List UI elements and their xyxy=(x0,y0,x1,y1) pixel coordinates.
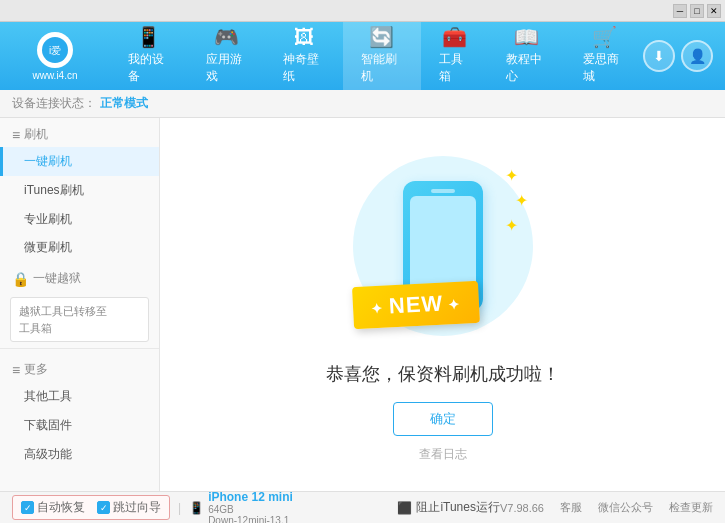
auto-restore-check-icon xyxy=(21,501,34,514)
stop-label: 阻止iTunes运行 xyxy=(416,499,500,516)
logo-text: www.i4.cn xyxy=(32,70,77,81)
customer-service-link[interactable]: 客服 xyxy=(560,500,582,515)
bottom-right: V7.98.66 客服 微信公众号 检查更新 xyxy=(500,500,713,515)
sidebar-item-itunes[interactable]: iTunes刷机 xyxy=(0,176,159,205)
content-area: NEW ✦ ✦ ✦ 恭喜您，保资料刷机成功啦！ 确定 查看日志 xyxy=(160,118,725,491)
device-info: iPhone 12 mini 64GB Down-12mini-13,1 xyxy=(208,490,293,524)
sidebar: ≡ 刷机 一键刷机 iTunes刷机 专业刷机 微更刷机 🔒 一键越狱 越狱工具… xyxy=(0,118,160,491)
new-badge: NEW xyxy=(351,281,479,330)
nav-label-device: 我的设备 xyxy=(128,51,170,85)
auto-restore-checkbox[interactable]: 自动恢复 xyxy=(21,499,85,516)
phone-nav-icon: 📱 xyxy=(136,27,161,47)
check-update-link[interactable]: 检查更新 xyxy=(669,500,713,515)
bottom-bar: 自动恢复 跳过向导 | 📱 iPhone 12 mini 64GB Down-1… xyxy=(0,491,725,523)
store-nav-icon: 🛒 xyxy=(592,27,617,47)
app-nav-icon: 🎮 xyxy=(214,27,239,47)
skip-wizard-label: 跳过向导 xyxy=(113,499,161,516)
minimize-button[interactable]: ─ xyxy=(673,4,687,18)
jailbreak-info-box: 越狱工具已转移至工具箱 xyxy=(10,297,149,342)
status-bar: 设备连接状态： 正常模式 xyxy=(0,90,725,118)
nav-items: 📱 我的设备 🎮 应用游戏 🖼 神奇壁纸 🔄 智能刷机 🧰 工具箱 📖 教程中心… xyxy=(110,22,643,90)
user-button[interactable]: 👤 xyxy=(681,40,713,72)
device-storage: 64GB xyxy=(208,504,293,515)
nav-label-smart: 智能刷机 xyxy=(361,51,403,85)
version-text: V7.98.66 xyxy=(500,502,544,514)
more-icon: ≡ xyxy=(12,362,20,378)
close-button[interactable]: ✕ xyxy=(707,4,721,18)
nav-right: ⬇ 👤 xyxy=(643,22,725,90)
phone-speaker xyxy=(431,189,455,193)
sidebar-section-jailbreak-label: 一键越狱 xyxy=(33,270,81,287)
nav-item-tools[interactable]: 🧰 工具箱 xyxy=(421,22,488,90)
star-icon-3: ✦ xyxy=(505,216,518,235)
window-controls: ─ □ ✕ xyxy=(673,4,721,18)
tutorial-nav-icon: 📖 xyxy=(514,27,539,47)
sidebar-item-onekey[interactable]: 一键刷机 xyxy=(0,147,159,176)
svg-text:i爱: i爱 xyxy=(49,45,61,56)
lock-icon: 🔒 xyxy=(12,271,29,287)
skip-wizard-check-icon xyxy=(97,501,110,514)
sidebar-divider xyxy=(0,348,159,349)
success-illustration: NEW ✦ ✦ ✦ xyxy=(343,146,543,346)
main-layout: ≡ 刷机 一键刷机 iTunes刷机 专业刷机 微更刷机 🔒 一键越狱 越狱工具… xyxy=(0,118,725,491)
sidebar-item-advanced[interactable]: 高级功能 xyxy=(0,440,159,469)
sidebar-section-flash: ≡ 刷机 xyxy=(0,118,159,147)
bottom-divider: | xyxy=(178,501,181,515)
stop-icon: ⬛ xyxy=(397,501,412,515)
status-value-text: 正常模式 xyxy=(100,95,148,112)
nav-label-tools: 工具箱 xyxy=(439,51,470,85)
device-name: iPhone 12 mini xyxy=(208,490,293,504)
stop-itunes-button[interactable]: ⬛ 阻止iTunes运行 xyxy=(397,499,500,516)
sidebar-item-download-firmware[interactable]: 下载固件 xyxy=(0,411,159,440)
success-title: 恭喜您，保资料刷机成功啦！ xyxy=(326,362,560,386)
nav-item-apps[interactable]: 🎮 应用游戏 xyxy=(188,22,266,90)
nav-item-device[interactable]: 📱 我的设备 xyxy=(110,22,188,90)
nav-item-smart[interactable]: 🔄 智能刷机 xyxy=(343,22,421,90)
tool-nav-icon: 🧰 xyxy=(442,27,467,47)
star-icon-1: ✦ xyxy=(505,166,518,185)
log-link[interactable]: 查看日志 xyxy=(419,446,467,463)
checkbox-area: 自动恢复 跳过向导 xyxy=(12,495,170,520)
smart-nav-icon: 🔄 xyxy=(369,27,394,47)
refresh-icon: ≡ xyxy=(12,127,20,143)
top-nav: i爱 www.i4.cn 📱 我的设备 🎮 应用游戏 🖼 神奇壁纸 🔄 智能刷机… xyxy=(0,22,725,90)
logo-area: i爱 www.i4.cn xyxy=(0,22,110,90)
star-icon-2: ✦ xyxy=(515,191,528,210)
title-bar: ─ □ ✕ xyxy=(0,0,725,22)
nav-item-store[interactable]: 🛒 爱思商城 xyxy=(565,22,643,90)
nav-label-apps: 应用游戏 xyxy=(206,51,248,85)
nav-label-tutorial: 教程中心 xyxy=(506,51,548,85)
sidebar-item-pro[interactable]: 专业刷机 xyxy=(0,205,159,234)
skip-wizard-checkbox[interactable]: 跳过向导 xyxy=(97,499,161,516)
sidebar-section-more-label: 更多 xyxy=(24,361,48,378)
auto-restore-label: 自动恢复 xyxy=(37,499,85,516)
sidebar-item-other-tools[interactable]: 其他工具 xyxy=(0,382,159,411)
nav-label-wallpaper: 神奇壁纸 xyxy=(283,51,325,85)
sidebar-section-jailbreak: 🔒 一键越狱 xyxy=(0,262,159,291)
wechat-link[interactable]: 微信公众号 xyxy=(598,500,653,515)
nav-item-tutorial[interactable]: 📖 教程中心 xyxy=(488,22,566,90)
status-label-text: 设备连接状态： xyxy=(12,95,96,112)
confirm-button[interactable]: 确定 xyxy=(393,402,493,436)
logo-icon: i爱 xyxy=(37,32,73,68)
sidebar-section-flash-label: 刷机 xyxy=(24,126,48,143)
maximize-button[interactable]: □ xyxy=(690,4,704,18)
nav-item-wallpaper[interactable]: 🖼 神奇壁纸 xyxy=(265,22,343,90)
download-button[interactable]: ⬇ xyxy=(643,40,675,72)
device-icon: 📱 xyxy=(189,501,204,515)
device-version: Down-12mini-13,1 xyxy=(208,515,293,524)
sidebar-section-more: ≡ 更多 xyxy=(0,353,159,382)
nav-label-store: 爱思商城 xyxy=(583,51,625,85)
sidebar-item-micro[interactable]: 微更刷机 xyxy=(0,233,159,262)
wallpaper-nav-icon: 🖼 xyxy=(294,27,314,47)
